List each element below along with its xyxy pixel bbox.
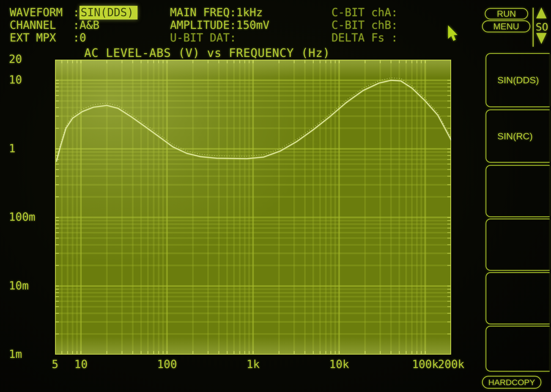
x-axis-tick-label: 5	[52, 358, 58, 371]
field-colon: :	[73, 6, 80, 19]
x-axis-tick-label: 10k	[329, 358, 349, 371]
y-axis-tick-label: 10	[9, 73, 22, 86]
field-label: EXT MPX	[10, 31, 73, 44]
field-label: WAVEFORM	[10, 6, 73, 19]
hardcopy-button[interactable]: HARDCOPY	[482, 376, 541, 389]
field-value[interactable]: SIN(DDS)	[80, 6, 138, 20]
status-field-channel: CHANNEL:A&B	[10, 19, 138, 31]
softkey-sinrc[interactable]: SIN(RC)	[486, 109, 550, 163]
softkey-sindds[interactable]: SIN(DDS)	[486, 53, 550, 107]
status-field: MAIN FREQ:1kHz	[170, 6, 269, 19]
softkey-label: SIN(DDS)	[497, 75, 539, 85]
status-field-waveform: WAVEFORM:SIN(DDS)	[10, 6, 138, 19]
chart-title: AC LEVEL-ABS (V) vs FREQUENCY (Hz)	[84, 46, 330, 60]
status-field: U-BIT DAT:	[170, 31, 269, 44]
status-field-ext-mpx: EXT MPX:0	[10, 31, 138, 44]
status-field: AMPLITUDE:150mV	[170, 19, 269, 31]
softkey-blank-5[interactable]	[486, 272, 550, 324]
field-colon: :	[73, 19, 80, 31]
selector-separator	[533, 8, 534, 47]
field-value: 0	[80, 31, 86, 44]
softkey-blank-3[interactable]	[486, 165, 550, 217]
field-colon: :	[73, 31, 80, 44]
y-axis-tick-label: 20	[9, 53, 22, 65]
field-label: CHANNEL	[10, 19, 73, 31]
selector-label: SO	[536, 21, 548, 33]
y-axis-tick-label: 1	[9, 142, 15, 155]
mouse-cursor-icon	[447, 25, 459, 42]
y-axis-tick-label: 100m	[9, 211, 35, 223]
x-axis-tick-label: 200k	[438, 358, 464, 371]
status-column-right: C-BIT chA:C-BIT chB:DELTA Fs :	[331, 6, 398, 44]
analyzer-crt-screen: WAVEFORM:SIN(DDS)CHANNEL:A&BEXT MPX:0 MA…	[0, 0, 551, 392]
status-field: DELTA Fs :	[331, 31, 398, 44]
x-axis-tick-label: 1k	[246, 358, 260, 371]
softkey-blank-6[interactable]	[486, 326, 550, 372]
x-axis-tick-label: 10	[74, 358, 87, 371]
field-value: A&B	[80, 19, 99, 31]
y-axis-tick-label: 10m	[9, 279, 29, 292]
status-field: C-BIT chB:	[331, 19, 398, 31]
frequency-response-plot	[55, 60, 451, 355]
menu-button[interactable]: MENU	[482, 20, 530, 32]
y-axis-tick-label: 1m	[9, 348, 22, 360]
up-arrow-icon[interactable]	[536, 7, 547, 18]
down-arrow-icon[interactable]	[536, 33, 547, 44]
x-axis-tick-label: 100	[157, 358, 177, 371]
status-column-left: WAVEFORM:SIN(DDS)CHANNEL:A&BEXT MPX:0	[10, 6, 138, 44]
run-button[interactable]: RUN	[485, 8, 528, 20]
status-field: C-BIT chA:	[331, 6, 398, 19]
softkey-label: SIN(RC)	[497, 131, 533, 142]
status-column-middle: MAIN FREQ:1kHzAMPLITUDE:150mVU-BIT DAT:	[170, 6, 269, 44]
softkey-blank-4[interactable]	[486, 219, 550, 271]
x-axis-tick-label: 100k	[412, 358, 438, 371]
